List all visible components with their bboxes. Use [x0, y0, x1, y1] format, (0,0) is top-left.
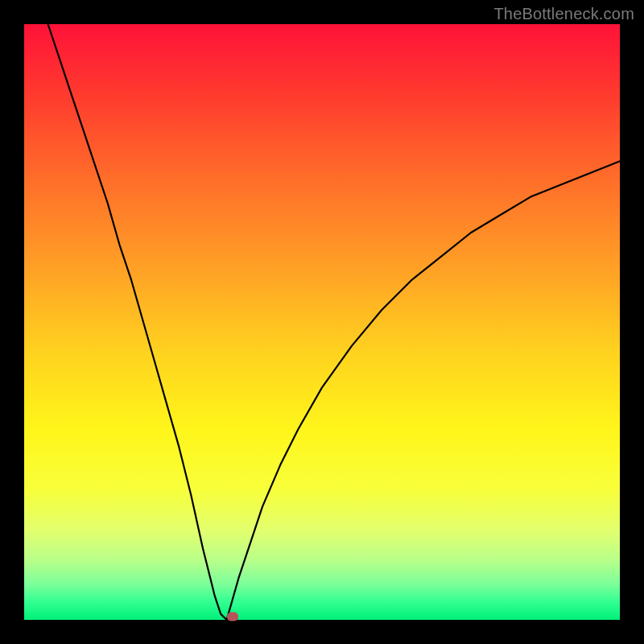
chart-frame: TheBottleneck.com [0, 0, 644, 644]
curve-svg [24, 24, 620, 620]
curve-left-branch [48, 24, 227, 620]
curve-right-branch [227, 161, 620, 620]
minimum-marker [227, 613, 238, 621]
plot-area [24, 24, 620, 620]
watermark-text: TheBottleneck.com [493, 5, 634, 23]
